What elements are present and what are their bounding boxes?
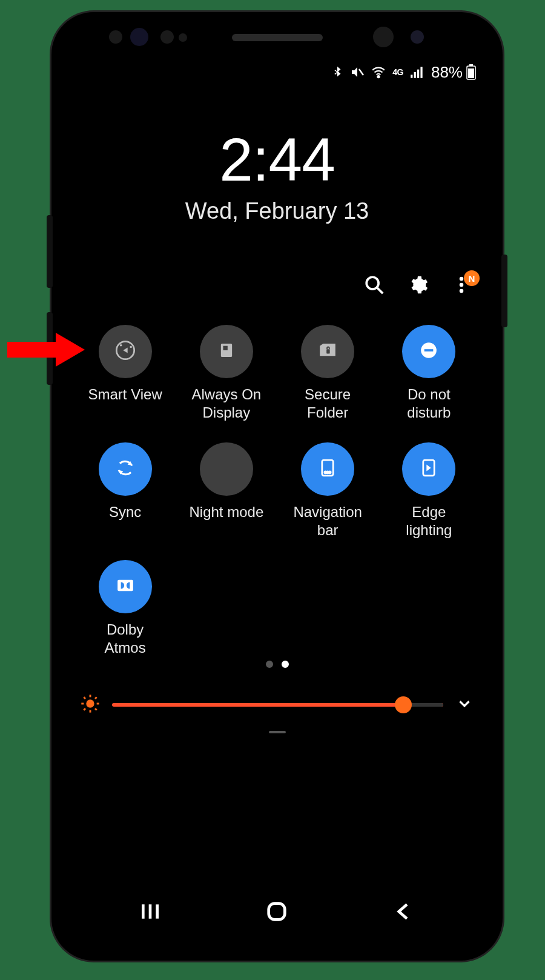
tile-toggle[interactable] bbox=[99, 325, 152, 378]
always-on-display-icon bbox=[213, 337, 240, 366]
svg-point-12 bbox=[460, 283, 464, 287]
brightness-slider[interactable] bbox=[112, 703, 443, 707]
svg-rect-5 bbox=[420, 67, 422, 78]
home-button[interactable] bbox=[262, 898, 292, 928]
quick-settings-tiles: Smart View Always On Display Secure Fold… bbox=[62, 325, 492, 657]
tile-label: Navigation bar bbox=[293, 503, 362, 539]
svg-point-16 bbox=[130, 346, 132, 348]
svg-point-11 bbox=[460, 277, 464, 281]
smart-view-icon bbox=[112, 337, 139, 366]
brightness-thumb[interactable] bbox=[395, 696, 412, 713]
dolby-atmos-icon bbox=[112, 572, 139, 601]
tile-toggle[interactable] bbox=[301, 325, 354, 378]
tile-toggle[interactable] bbox=[301, 442, 354, 496]
tile-toggle[interactable] bbox=[200, 325, 253, 378]
tile-toggle[interactable] bbox=[99, 560, 152, 613]
panel-action-bar: N bbox=[62, 273, 492, 299]
svg-rect-3 bbox=[414, 72, 416, 78]
svg-rect-4 bbox=[417, 70, 419, 78]
tile-night-mode[interactable]: Night mode bbox=[176, 442, 277, 539]
front-camera bbox=[373, 27, 394, 47]
clock-date: Wed, February 13 bbox=[62, 198, 492, 224]
brightness-expand-button[interactable] bbox=[455, 695, 474, 715]
page-dot[interactable] bbox=[282, 661, 289, 668]
chevron-down-icon bbox=[455, 704, 474, 715]
power-button bbox=[501, 255, 507, 327]
system-nav-bar bbox=[62, 888, 492, 942]
tile-dolby-atmos[interactable]: Dolby Atmos bbox=[74, 560, 176, 657]
do-not-disturb-icon bbox=[415, 337, 442, 366]
svg-point-1 bbox=[378, 76, 380, 78]
battery-indicator: 88% bbox=[431, 63, 476, 82]
svg-point-13 bbox=[460, 289, 464, 293]
sensor-dot bbox=[411, 30, 424, 44]
phone-frame: 4G 88% 2:44 Wed, February 13 bbox=[51, 12, 503, 961]
panel-drag-handle[interactable] bbox=[269, 731, 286, 733]
edge-lighting-icon bbox=[415, 455, 442, 484]
signal-icon bbox=[409, 64, 425, 80]
back-button[interactable] bbox=[389, 898, 419, 928]
svg-rect-27 bbox=[117, 580, 133, 591]
svg-point-9 bbox=[366, 277, 378, 289]
secure-folder-icon bbox=[314, 337, 341, 366]
clock-time: 2:44 bbox=[62, 125, 492, 195]
tile-toggle[interactable] bbox=[402, 325, 455, 378]
tile-toggle[interactable] bbox=[99, 442, 152, 496]
night-mode-icon bbox=[213, 455, 240, 484]
back-icon bbox=[392, 899, 416, 926]
brightness-row bbox=[62, 690, 492, 720]
brightness-icon bbox=[81, 694, 100, 716]
tile-navigation-bar[interactable]: Navigation bar bbox=[277, 442, 378, 539]
sensor-dot bbox=[179, 33, 187, 42]
tile-label: Dolby Atmos bbox=[105, 621, 146, 657]
recents-button[interactable] bbox=[135, 898, 165, 928]
tile-label: Secure Folder bbox=[305, 385, 351, 422]
sensor-dot bbox=[109, 30, 122, 44]
home-icon bbox=[265, 899, 289, 926]
sync-icon bbox=[112, 455, 139, 484]
clock-block: 2:44 Wed, February 13 bbox=[62, 125, 492, 224]
tile-sync[interactable]: Sync bbox=[74, 442, 176, 539]
svg-rect-40 bbox=[269, 904, 285, 920]
network-type-label: 4G bbox=[392, 68, 403, 76]
gear-icon bbox=[408, 275, 428, 298]
svg-line-33 bbox=[84, 697, 85, 699]
bluetooth-icon bbox=[331, 65, 344, 79]
tile-smart-view[interactable]: Smart View bbox=[74, 325, 176, 422]
svg-rect-19 bbox=[326, 349, 330, 353]
search-icon bbox=[364, 275, 385, 298]
tile-always-on-display[interactable]: Always On Display bbox=[176, 325, 277, 422]
sensor-dot bbox=[160, 30, 174, 44]
svg-rect-21 bbox=[424, 349, 434, 352]
svg-line-34 bbox=[95, 708, 97, 710]
tile-label: Always On Display bbox=[192, 385, 262, 422]
more-options-button[interactable]: N bbox=[449, 274, 474, 298]
svg-line-36 bbox=[95, 697, 97, 699]
speaker-grille bbox=[232, 34, 323, 41]
svg-point-25 bbox=[329, 472, 331, 473]
recents-icon bbox=[138, 899, 162, 926]
search-button[interactable] bbox=[362, 274, 386, 298]
svg-line-10 bbox=[377, 287, 383, 293]
svg-point-15 bbox=[119, 344, 122, 347]
svg-rect-18 bbox=[223, 346, 227, 350]
settings-button[interactable] bbox=[406, 274, 430, 298]
notification-badge: N bbox=[464, 270, 480, 286]
tile-edge-lighting[interactable]: Edge lighting bbox=[378, 442, 480, 539]
page-dot[interactable] bbox=[266, 661, 273, 668]
screen: 4G 88% 2:44 Wed, February 13 bbox=[62, 56, 492, 942]
sensor-dot bbox=[130, 28, 148, 46]
page-indicator[interactable] bbox=[62, 661, 492, 668]
svg-point-28 bbox=[86, 699, 94, 707]
mute-icon bbox=[350, 65, 365, 79]
tile-label: Night mode bbox=[190, 503, 264, 539]
svg-line-35 bbox=[84, 708, 85, 710]
volume-up-button bbox=[47, 215, 53, 288]
tile-secure-folder[interactable]: Secure Folder bbox=[277, 325, 378, 422]
navigation-bar-icon bbox=[314, 455, 341, 484]
tile-toggle[interactable] bbox=[402, 442, 455, 496]
annotation-arrow bbox=[7, 330, 86, 369]
svg-line-0 bbox=[359, 69, 363, 75]
tile-do-not-disturb[interactable]: Do not disturb bbox=[378, 325, 480, 422]
tile-toggle[interactable] bbox=[200, 442, 253, 496]
